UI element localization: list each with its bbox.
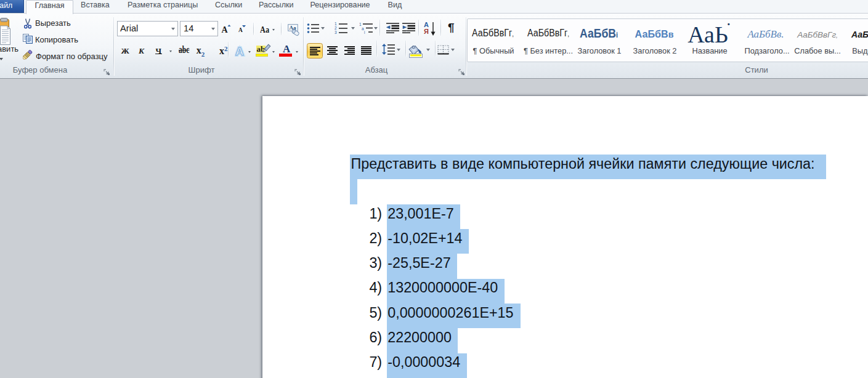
svg-text:3: 3	[335, 30, 337, 34]
svg-text:А: А	[235, 45, 244, 57]
svg-text:2: 2	[335, 26, 337, 30]
svg-text:i: i	[364, 30, 365, 34]
